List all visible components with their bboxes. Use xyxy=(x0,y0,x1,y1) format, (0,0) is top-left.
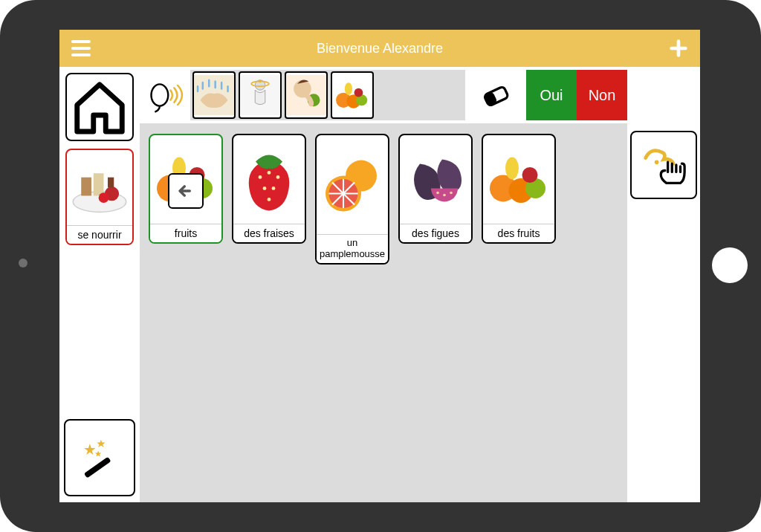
mixed-fruit-icon xyxy=(483,135,554,224)
main-column: Oui Non fruits des fraises xyxy=(140,67,627,502)
no-button[interactable]: Non xyxy=(577,70,627,120)
app-bar: Bienvenue Alexandre xyxy=(59,30,700,67)
magic-button[interactable] xyxy=(64,419,135,496)
sentence-strip: Oui Non xyxy=(140,67,627,123)
figs-icon xyxy=(400,135,471,224)
parent-category-card[interactable]: se nourrir xyxy=(65,149,134,245)
interact-button[interactable] xyxy=(630,131,697,199)
sentence-chip-0[interactable] xyxy=(192,71,236,119)
yes-button[interactable]: Oui xyxy=(526,70,577,120)
mixed-fruit-icon xyxy=(332,73,372,117)
hamburger-icon xyxy=(71,47,91,50)
home-button[interactable] xyxy=(65,73,134,141)
parent-category-label: se nourrir xyxy=(67,225,132,244)
grid-card-figues[interactable]: des figues xyxy=(398,134,473,244)
grid-card-label: fruits xyxy=(150,224,221,242)
add-button[interactable] xyxy=(667,37,690,59)
sentence-chip-3[interactable] xyxy=(331,71,374,119)
magic-wand-icon xyxy=(77,435,122,480)
strawberry-icon xyxy=(233,135,305,224)
body: se nourrir xyxy=(59,67,700,502)
sentence-chip-2[interactable] xyxy=(285,71,328,119)
menu-button[interactable] xyxy=(70,37,92,59)
eraser-icon xyxy=(476,76,515,114)
plus-icon xyxy=(668,38,689,59)
tap-hand-icon xyxy=(641,143,686,187)
speak-icon xyxy=(146,76,185,114)
arrow-left-icon xyxy=(175,181,196,201)
grid-card-label: des fraises xyxy=(233,224,305,242)
grapefruit-icon xyxy=(317,135,388,234)
sidebar-left: se nourrir xyxy=(59,67,140,502)
grid-card-label: un pamplemousse xyxy=(317,234,388,263)
want-figure-icon xyxy=(240,73,280,117)
grid-card-fruits[interactable]: fruits xyxy=(149,134,223,244)
grid-card-label: des fruits xyxy=(483,224,554,242)
back-button[interactable] xyxy=(168,173,204,209)
grid-card-des-fruits[interactable]: des fruits xyxy=(482,134,556,244)
grid-card-fraises[interactable]: des fraises xyxy=(232,134,306,244)
grid-card-pamplemousse[interactable]: un pamplemousse xyxy=(315,134,389,265)
grid-card-label: des figues xyxy=(400,224,471,242)
screen: Bienvenue Alexandre se nourrir xyxy=(59,30,700,502)
eat-apple-icon xyxy=(286,73,326,117)
food-plate-icon xyxy=(67,150,132,225)
sentence-bar[interactable] xyxy=(190,70,465,120)
wash-hands-icon xyxy=(194,73,234,117)
appbar-title: Bienvenue Alexandre xyxy=(317,41,443,56)
speak-button[interactable] xyxy=(141,70,190,120)
grid-area: fruits des fraises un pamplemousse des f… xyxy=(140,123,627,502)
erase-button[interactable] xyxy=(465,70,526,120)
sidebar-right xyxy=(627,67,700,502)
sentence-chip-1[interactable] xyxy=(239,71,282,119)
tablet-frame: Bienvenue Alexandre se nourrir xyxy=(0,0,761,532)
home-icon xyxy=(67,74,132,140)
